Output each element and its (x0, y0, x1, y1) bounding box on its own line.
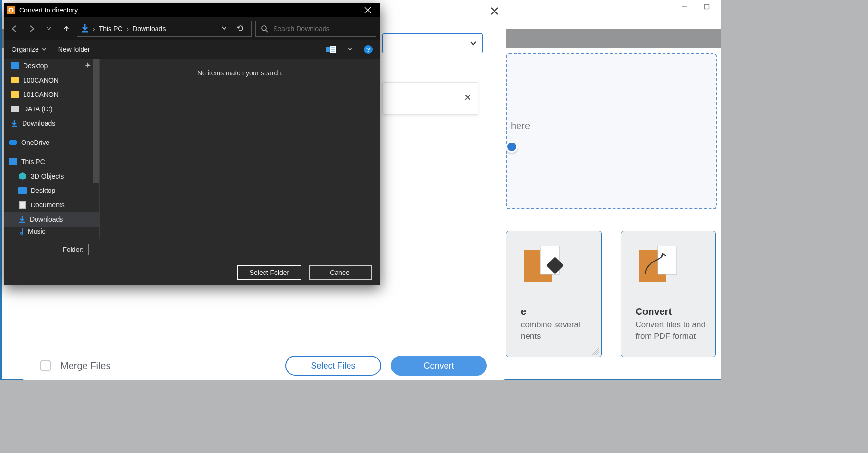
svg-line-17 (266, 30, 268, 32)
search-input[interactable] (273, 25, 371, 33)
address-bar-row: › This PC › Downloads (4, 17, 380, 40)
breadcrumb-downloads[interactable]: Downloads (132, 25, 167, 33)
nav-up-button[interactable] (60, 22, 73, 36)
resize-grip-icon[interactable] (374, 278, 379, 284)
refresh-icon (237, 24, 244, 32)
select-folder-button[interactable]: Select Folder (237, 265, 301, 280)
organize-label: Organize (12, 46, 39, 53)
select-files-button[interactable]: Select Files (285, 356, 381, 376)
tree-item-label: DATA (D:) (23, 105, 53, 113)
tree-item-label: Documents (31, 201, 65, 209)
folder-name-row: Folder: (4, 239, 380, 260)
address-history-button[interactable] (218, 25, 230, 33)
merge-card-title: e (521, 306, 601, 317)
tree-item-label: Downloads (22, 119, 55, 127)
chevron-down-icon (46, 26, 52, 32)
breadcrumb-separator: › (126, 25, 129, 33)
tree-item-3d-objects[interactable]: 3D Objects (4, 169, 99, 183)
help-button[interactable]: ? (364, 45, 373, 54)
modal-close-button[interactable] (488, 4, 501, 18)
drop-hint-text: here (511, 120, 530, 131)
svg-rect-1 (705, 5, 709, 9)
chevron-down-icon (42, 47, 47, 52)
window-controls (674, 0, 718, 13)
merge-label: Merge Files (60, 360, 276, 371)
pin-icon (85, 62, 91, 70)
maximize-button[interactable] (696, 0, 718, 13)
tree-item-desktop[interactable]: Desktop (4, 183, 99, 198)
search-box[interactable] (255, 21, 376, 37)
empty-message: No items match your search. (197, 69, 283, 77)
nav-tree[interactable]: Desktop100CANON101CANONDATA (D:)Download… (4, 59, 100, 239)
arrow-up-icon (62, 25, 70, 32)
dialog-close-button[interactable] (358, 3, 377, 17)
tree-item-100canon[interactable]: 100CANON (4, 73, 99, 87)
tree-item-label: Downloads (30, 215, 63, 223)
tree-item-label: Music (28, 227, 46, 235)
organize-menu[interactable]: Organize (12, 46, 47, 53)
tree-item-label: 100CANON (23, 76, 59, 84)
tree-item-label: OneDrive (21, 139, 49, 146)
tree-item-downloads[interactable]: Downloads (4, 116, 99, 131)
dialog-title: Convert to directory (19, 6, 358, 14)
svg-point-16 (262, 26, 266, 31)
refresh-button[interactable] (233, 24, 248, 34)
merge-card-icon (521, 246, 569, 287)
tree-item-this-pc[interactable]: This PC (4, 155, 99, 169)
convert-card[interactable]: Convert Convert files to andfrom PDF for… (621, 231, 716, 357)
close-icon (464, 94, 471, 101)
dialog-body: Desktop100CANON101CANONDATA (D:)Download… (4, 59, 380, 239)
tree-item-label: Desktop (31, 187, 55, 194)
tree-item-data-d-[interactable]: DATA (D:) (4, 102, 99, 116)
convert-card-icon (636, 246, 684, 287)
file-drop-zone[interactable] (506, 53, 717, 209)
downloads-folder-icon (80, 24, 90, 35)
view-mode-button[interactable] (326, 45, 336, 54)
tree-item-downloads[interactable]: Downloads (4, 212, 99, 226)
tree-item-documents[interactable]: Documents (4, 198, 99, 212)
nav-forward-button[interactable] (25, 22, 38, 36)
file-row-remove[interactable] (464, 94, 471, 103)
modal-bottom-bar: Merge Files Select Files Convert (40, 356, 487, 376)
cancel-button[interactable]: Cancel (309, 265, 372, 280)
nav-back-button[interactable] (8, 22, 21, 36)
app-icon (7, 6, 15, 14)
chevron-down-icon (470, 40, 477, 47)
minimize-button[interactable] (674, 0, 696, 13)
dialog-title-bar: Convert to directory (4, 3, 380, 17)
address-bar[interactable]: › This PC › Downloads (77, 21, 252, 37)
tree-item-label: 101CANON (23, 91, 59, 98)
tree-item-music[interactable]: Music (4, 226, 99, 236)
dialog-toolbar: Organize New folder ? (4, 40, 380, 59)
tree-item-101canon[interactable]: 101CANON (4, 87, 99, 102)
close-icon (490, 7, 499, 15)
chevron-down-icon (348, 47, 352, 52)
convert-button[interactable]: Convert (391, 356, 487, 376)
format-dropdown[interactable] (382, 33, 483, 53)
breadcrumb-separator: › (93, 25, 95, 33)
tree-item-onedrive[interactable]: OneDrive (4, 135, 99, 150)
new-folder-button[interactable]: New folder (58, 46, 90, 53)
tree-item-label: Desktop (23, 62, 48, 70)
folder-label: Folder: (12, 246, 84, 253)
dialog-button-row: Select Folder Cancel (4, 260, 380, 285)
folder-name-input[interactable] (88, 244, 350, 255)
selected-file-row (382, 82, 478, 115)
folder-picker-dialog: Convert to directory › This PC › Downloa… (4, 3, 380, 285)
chevron-down-icon (221, 25, 227, 31)
tree-scrollbar-thumb[interactable] (93, 59, 99, 183)
merge-card-desc: combine severalnents (521, 319, 601, 342)
add-file-hotspot[interactable] (506, 141, 518, 153)
merge-checkbox[interactable] (40, 360, 51, 371)
tree-item-desktop[interactable]: Desktop (4, 59, 99, 73)
view-mode-dropdown[interactable] (348, 46, 352, 53)
breadcrumb-this-pc[interactable]: This PC (98, 25, 124, 33)
close-icon (364, 7, 371, 13)
arrow-right-icon (27, 24, 36, 33)
convert-card-title: Convert (636, 306, 716, 317)
svg-point-12 (10, 9, 12, 12)
nav-recent-button[interactable] (42, 22, 56, 36)
file-list-pane[interactable]: No items match your search. (100, 59, 380, 239)
merge-card[interactable]: e combine severalnents (506, 231, 602, 357)
arrow-left-icon (10, 24, 19, 33)
